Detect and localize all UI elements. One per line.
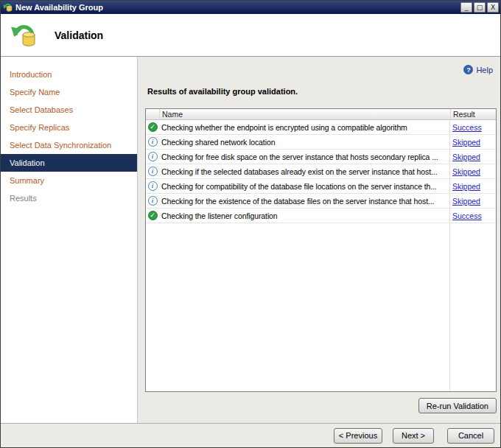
sidebar-item-label: Specify Replicas	[10, 123, 69, 132]
table-row[interactable]: ✓ Checking the listener configuration Su…	[146, 209, 496, 223]
window-title: New Availability Group	[15, 3, 459, 12]
minimize-button[interactable]: _	[460, 2, 472, 13]
table-row[interactable]: i Checking if the selected databases alr…	[146, 164, 496, 179]
page-title: Validation	[55, 29, 103, 41]
sidebar-item-specify-name[interactable]: Specify Name	[1, 83, 137, 101]
check-name: Checking whether the endpoint is encrypt…	[159, 123, 450, 132]
availability-group-header-icon	[10, 21, 38, 49]
availability-group-app-icon	[3, 3, 13, 13]
titlebar[interactable]: New Availability Group _ □ X	[1, 1, 500, 14]
table-row[interactable]: ✓ Checking whether the endpoint is encry…	[146, 120, 496, 135]
table-body: ✓ Checking whether the endpoint is encry…	[146, 120, 496, 391]
result-link[interactable]: Skipped	[452, 197, 480, 206]
close-button[interactable]: X	[487, 2, 499, 13]
validation-panel: ? Help Results of availability group val…	[138, 57, 500, 423]
new-availability-group-window: New Availability Group _ □ X Validation …	[0, 0, 501, 448]
table-row[interactable]: i Checking for free disk space on the se…	[146, 150, 496, 164]
sidebar-item-summary[interactable]: Summary	[1, 172, 137, 189]
status-icon-column-header	[146, 109, 159, 119]
name-column-header: Name	[159, 109, 450, 119]
sidebar-item-select-data-synchronization[interactable]: Select Data Synchronization	[1, 136, 137, 154]
sidebar-item-validation[interactable]: Validation	[1, 154, 137, 172]
check-name: Checking for the existence of the databa…	[159, 197, 450, 206]
cancel-button[interactable]: Cancel	[447, 428, 494, 444]
check-name: Checking for free disk space on the serv…	[159, 153, 450, 161]
sidebar-item-select-databases[interactable]: Select Databases	[1, 101, 137, 119]
check-name: Checking the listener configuration	[159, 211, 450, 220]
success-icon: ✓	[148, 122, 158, 132]
maximize-button[interactable]: □	[474, 2, 486, 13]
sidebar-item-results: Results	[1, 189, 137, 207]
result-column-header: Result	[450, 109, 496, 119]
result-link[interactable]: Skipped	[452, 138, 480, 147]
validation-results-table: Name Result ✓ Checking whether the endpo…	[145, 108, 497, 392]
previous-button[interactable]: < Previous	[334, 428, 382, 444]
check-name: Checking for compatibility of the databa…	[159, 182, 450, 191]
sidebar-item-label: Summary	[10, 176, 44, 185]
success-icon: ✓	[148, 211, 158, 220]
sidebar-item-label: Select Data Synchronization	[10, 141, 111, 150]
info-icon: i	[148, 181, 158, 191]
wizard-header: Validation	[1, 14, 500, 57]
next-button[interactable]: Next >	[393, 428, 434, 444]
check-name: Checking if the selected databases alrea…	[159, 167, 450, 176]
help-label: Help	[476, 66, 493, 74]
sidebar-item-label: Select Databases	[10, 105, 73, 114]
table-row[interactable]: i Checking shared network location Skipp…	[146, 135, 496, 150]
result-link[interactable]: Skipped	[452, 153, 480, 161]
info-icon: i	[148, 167, 158, 176]
sidebar-item-label: Validation	[10, 158, 45, 167]
result-link[interactable]: Skipped	[452, 182, 480, 191]
table-row[interactable]: i Checking for the existence of the data…	[146, 194, 496, 209]
result-link[interactable]: Success	[452, 123, 482, 132]
result-link[interactable]: Skipped	[452, 167, 480, 176]
table-header-row: Name Result	[146, 109, 496, 120]
sidebar-item-introduction[interactable]: Introduction	[1, 66, 137, 83]
rerun-validation-button[interactable]: Re-run Validation	[418, 398, 497, 413]
check-name: Checking shared network location	[159, 138, 450, 147]
info-icon: i	[148, 152, 158, 161]
sidebar-item-label: Specify Name	[10, 88, 60, 97]
info-icon: i	[148, 196, 158, 206]
help-icon: ?	[463, 65, 473, 74]
wizard-footer: < Previous Next > Cancel	[1, 423, 500, 447]
sidebar-item-label: Introduction	[10, 70, 52, 79]
table-row[interactable]: i Checking for compatibility of the data…	[146, 179, 496, 194]
result-link[interactable]: Success	[452, 211, 482, 220]
sidebar-item-label: Results	[10, 194, 37, 203]
sidebar-item-specify-replicas[interactable]: Specify Replicas	[1, 119, 137, 136]
wizard-steps-sidebar: Introduction Specify Name Select Databas…	[1, 57, 138, 423]
validation-results-heading: Results of availability group validation…	[147, 87, 298, 96]
info-icon: i	[148, 137, 158, 147]
help-link[interactable]: ? Help	[463, 65, 493, 74]
